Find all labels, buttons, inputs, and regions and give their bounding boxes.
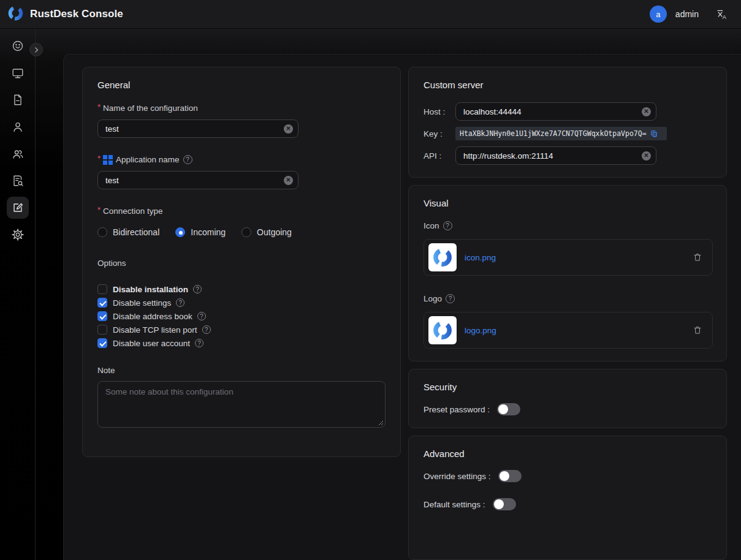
sidebar-item-groups[interactable] [7, 143, 29, 165]
rustdesk-logo-icon [7, 5, 24, 24]
config-name-field: ✕ [97, 119, 298, 138]
icon-help-icon[interactable]: ? [443, 221, 452, 230]
override-settings-toggle[interactable] [498, 470, 522, 482]
edit-icon [11, 201, 25, 214]
sidebar [0, 29, 36, 560]
left-column: General * Name of the configuration ✕ * … [82, 67, 401, 560]
host-field: ✕ [455, 102, 656, 121]
main-panel: General * Name of the configuration ✕ * … [63, 54, 741, 560]
sidebar-item-configurations[interactable] [7, 197, 29, 219]
workspace: General * Name of the configuration ✕ * … [0, 29, 741, 560]
checkbox-icon[interactable] [97, 284, 107, 294]
icon-file-link[interactable]: icon.png [465, 253, 685, 262]
host-row: Host : ✕ [424, 102, 712, 121]
override-settings-row: Override settings : [424, 470, 712, 482]
visual-card: Visual Icon ? icon.png [408, 185, 727, 361]
document-icon [11, 93, 25, 107]
custom-server-card: Custom server Host : ✕ Key : HtaXBkJNHyn… [408, 67, 727, 178]
svg-text:A: A [723, 13, 726, 20]
icon-label: Icon ? [424, 221, 712, 230]
config-name-input[interactable] [105, 124, 284, 134]
user-group-icon [11, 147, 25, 161]
override-settings-label: Override settings : [424, 472, 491, 481]
help-icon[interactable]: ? [202, 325, 211, 334]
help-icon[interactable]: ? [197, 312, 206, 320]
security-title: Security [424, 382, 712, 392]
clear-config-name-icon[interactable]: ✕ [284, 124, 293, 134]
default-settings-toggle[interactable] [493, 498, 516, 510]
delete-logo-button[interactable] [693, 325, 702, 335]
header: RustDesk Console a admin A [0, 0, 741, 29]
config-name-label: * Name of the configuration [97, 104, 386, 113]
brand: RustDesk Console [7, 5, 123, 24]
app-name-input[interactable] [105, 176, 284, 185]
sidebar-item-settings[interactable] [7, 224, 29, 246]
option-disable-user-account: Disable user account ? [97, 338, 386, 348]
delete-icon-button[interactable] [693, 252, 702, 262]
host-input[interactable] [463, 107, 642, 116]
rustdesk-logo-icon [432, 320, 453, 341]
host-label: Host : [424, 107, 455, 116]
translate-icon[interactable]: A [716, 9, 728, 20]
clear-app-name-icon[interactable]: ✕ [284, 176, 293, 185]
logo-thumbnail [428, 316, 457, 344]
custom-server-title: Custom server [424, 80, 712, 90]
default-settings-row: Default settings : [424, 498, 712, 510]
radio-icon[interactable] [97, 227, 107, 237]
api-field: ✕ [455, 146, 656, 165]
gear-icon [11, 228, 25, 241]
note-field [97, 381, 386, 428]
checkbox-icon[interactable] [97, 338, 107, 348]
trash-icon [693, 252, 702, 262]
sidebar-expand-button[interactable] [29, 43, 43, 56]
logo-file-link[interactable]: logo.png [465, 326, 685, 335]
general-title: General [97, 80, 386, 90]
sidebar-item-devices[interactable] [7, 62, 29, 84]
app-name-field: ✕ [97, 171, 298, 189]
username[interactable]: admin [675, 9, 699, 19]
help-icon[interactable]: ? [195, 339, 203, 347]
note-label: Note [97, 366, 386, 375]
logo-help-icon[interactable]: ? [446, 294, 455, 303]
preset-password-toggle[interactable] [497, 403, 520, 415]
sidebar-item-audits[interactable] [7, 170, 29, 192]
user-icon [11, 120, 25, 134]
key-label: Key : [424, 129, 455, 138]
help-icon[interactable]: ? [193, 285, 202, 293]
checkbox-icon[interactable] [97, 311, 107, 321]
radio-bidirectional[interactable]: Bidirectional [97, 227, 159, 237]
radio-outgoing[interactable]: Outgoing [241, 227, 292, 237]
copy-key-icon[interactable] [650, 129, 658, 138]
connection-type-label: * Connection type [97, 206, 386, 216]
clear-host-icon[interactable]: ✕ [642, 107, 651, 116]
preset-password-row: Preset password : [424, 403, 712, 415]
sidebar-item-dashboard[interactable] [7, 35, 29, 57]
smiley-icon [11, 39, 25, 53]
app-root: RustDesk Console a admin A [0, 0, 741, 560]
trash-icon [693, 325, 702, 335]
note-textarea[interactable] [97, 381, 386, 428]
radio-icon[interactable] [175, 227, 185, 237]
app-name-help-icon[interactable]: ? [183, 155, 192, 164]
api-row: API : ✕ [424, 146, 712, 165]
logo-file-box: logo.png [424, 312, 713, 349]
advanced-card: Advanced Override settings : Default set… [408, 436, 727, 560]
radio-incoming[interactable]: Incoming [175, 227, 226, 237]
clear-api-icon[interactable]: ✕ [642, 151, 651, 161]
option-disable-installation: Disable installation ? [97, 284, 386, 294]
key-value: HtaXBkJNHyn0e1U1jWXze7A7CN7QTGWqxkOtpaVp… [460, 129, 647, 138]
required-mark: * [97, 154, 101, 163]
required-mark: * [97, 102, 101, 112]
checkbox-icon[interactable] [97, 298, 107, 308]
radio-icon[interactable] [241, 227, 251, 237]
sidebar-item-documents[interactable] [7, 89, 29, 111]
api-input[interactable] [463, 151, 642, 161]
sidebar-item-users[interactable] [7, 116, 29, 138]
icon-thumbnail [428, 243, 457, 271]
options-label: Options [97, 259, 386, 268]
key-field: HtaXBkJNHyn0e1U1jWXze7A7CN7QTGWqxkOtpaVp… [455, 127, 667, 140]
checkbox-icon[interactable] [97, 325, 107, 335]
chevron-right-icon [33, 47, 40, 53]
avatar[interactable]: a [650, 6, 667, 23]
help-icon[interactable]: ? [176, 298, 184, 307]
